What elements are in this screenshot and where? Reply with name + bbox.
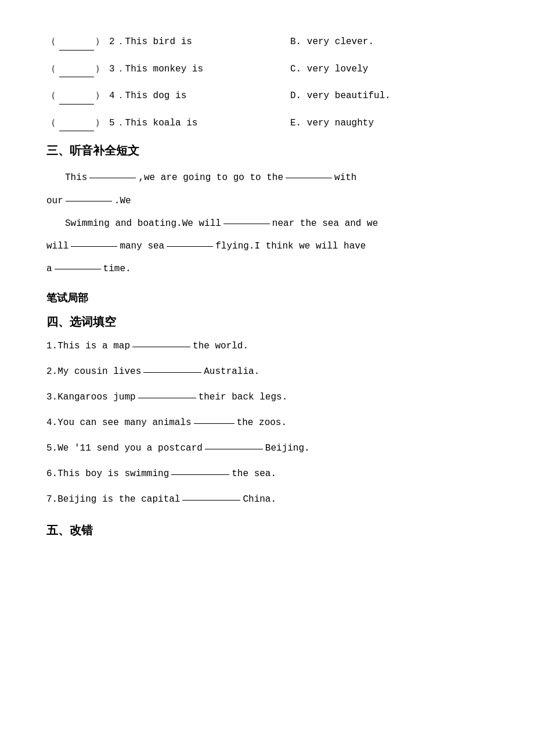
para-text-1: ,we are going to go to the [138, 168, 283, 188]
fill-sent-text-6: 6.This boy is swimming [46, 465, 169, 483]
fill-gap-4 [194, 413, 234, 424]
section-note: 笔试局部 [46, 291, 488, 305]
fill-sent-text-4: 4.You can see many animals [46, 413, 192, 432]
fill-gap-7 [182, 490, 240, 501]
fill-sentence-1: 1.This is a map the world. [46, 337, 488, 355]
para-text-8: many sea [120, 236, 164, 257]
fill-gap-5 [205, 439, 263, 449]
answer-blank-2 [59, 35, 94, 51]
para-text-6: near the sea and we [272, 214, 378, 234]
para-text-10: a [46, 259, 52, 279]
para-line-2: our .We [46, 191, 488, 211]
item-sentence-4: This dog is [125, 89, 187, 104]
fill-gap-6 [171, 465, 229, 475]
para-text-3: our [46, 191, 63, 211]
answer-blank-5 [59, 116, 94, 132]
para-line-4: will many sea flying.I think we will hav… [46, 236, 488, 257]
para-blank-5 [71, 236, 117, 247]
item-num-4: 4 [109, 89, 115, 104]
paragraph-section: This ,we are going to go to the with our… [46, 168, 488, 279]
fill-sent-end-7: China. [243, 490, 276, 509]
fill-sentence-3: 3.Kangaroos jump their back legs. [46, 388, 488, 406]
paren-open-2: （ [46, 35, 56, 50]
matching-row-4: （ ） 4 ． This dog is D. very beautiful. [46, 89, 488, 105]
para-blank-7 [55, 259, 101, 269]
para-line-3: Swimming and boating.We will near the se… [46, 214, 488, 234]
item-num-2: 2 [109, 35, 115, 50]
para-line-5: a time. [46, 259, 488, 279]
para-text-9: flying.I think we will have [215, 236, 366, 257]
matching-right-4: D. very beautiful. [290, 89, 488, 104]
paren-close-2: ） [95, 35, 104, 50]
fill-sent-text-1: 1.This is a map [46, 337, 130, 355]
paren-close-3: ） [95, 62, 104, 77]
section5-title: 五、改错 [46, 523, 488, 538]
para-line-1: This ,we are going to go to the with [46, 168, 488, 188]
item-sentence-3: This monkey is [125, 62, 203, 77]
paren-open-3: （ [46, 62, 56, 77]
para-text-7: will [46, 236, 68, 257]
paren-open-4: （ [46, 89, 56, 104]
answer-blank-3 [59, 62, 94, 78]
fill-sent-text-3: 3.Kangaroos jump [46, 388, 136, 406]
para-text-11: time. [103, 259, 131, 279]
fill-sent-text-2: 2.My cousin lives [46, 362, 141, 381]
item-num-3: 3 [109, 62, 115, 77]
para-blank-1 [89, 168, 136, 178]
item-dot-4: ． [116, 89, 125, 104]
item-sentence-5: This koala is [125, 116, 198, 131]
fill-gap-2 [143, 362, 201, 373]
item-sentence-2: This bird is [125, 35, 192, 50]
para-text-4: .We [114, 191, 131, 211]
fill-sent-end-6: the sea. [232, 465, 276, 483]
fill-sentence-4: 4.You can see many animals the zoos. [46, 413, 488, 432]
para-blank-6 [167, 236, 213, 247]
fill-sent-end-1: the world. [193, 337, 248, 355]
fill-sent-end-4: the zoos. [237, 413, 287, 432]
fill-sent-text-7: 7.Beijing is the capital [46, 490, 180, 509]
matching-section: （ ） 2 ． This bird is B. very clever. （ ）… [46, 35, 488, 131]
fill-sentence-2: 2.My cousin lives Australia. [46, 362, 488, 381]
matching-right-3: C. very lovely [290, 62, 488, 77]
matching-right-5: E. very naughty [290, 116, 488, 131]
fill-sentence-7: 7.Beijing is the capital China. [46, 490, 488, 509]
matching-left-4: （ ） 4 ． This dog is [46, 89, 290, 105]
item-dot-3: ． [116, 62, 125, 77]
fill-sent-text-5: 5.We '11 send you a postcard [46, 439, 203, 458]
paren-close-4: ） [95, 89, 104, 104]
answer-blank-4 [59, 89, 94, 105]
matching-left-5: （ ） 5 ． This koala is [46, 116, 290, 132]
para-blank-4 [223, 214, 270, 224]
fill-sentence-6: 6.This boy is swimming the sea. [46, 465, 488, 483]
fill-sent-end-2: Australia. [204, 362, 259, 381]
section4-title: 四、选词填空 [46, 314, 488, 330]
fill-sentence-5: 5.We '11 send you a postcard Beijing. [46, 439, 488, 458]
matching-row-5: （ ） 5 ． This koala is E. very naughty [46, 116, 488, 132]
paren-open-5: （ [46, 116, 56, 131]
fill-gap-3 [138, 388, 196, 398]
matching-row-3: （ ） 3 ． This monkey is C. very lovely [46, 62, 488, 78]
paren-close-5: ） [95, 116, 104, 131]
matching-right-2: B. very clever. [290, 35, 488, 50]
fill-sent-end-5: Beijing. [265, 439, 310, 458]
item-num-5: 5 [109, 116, 115, 131]
para-word-this: This [65, 168, 87, 188]
item-dot-5: ． [116, 116, 125, 131]
fill-sent-end-3: their back legs. [199, 388, 288, 406]
para-blank-2 [286, 168, 332, 178]
fill-sentences-section: 1.This is a map the world. 2.My cousin l… [46, 337, 488, 509]
matching-left-2: （ ） 2 ． This bird is [46, 35, 290, 51]
matching-left-3: （ ） 3 ． This monkey is [46, 62, 290, 78]
item-text-2: ． [116, 35, 125, 50]
para-text-5: Swimming and boating.We will [65, 214, 221, 234]
matching-row-2: （ ） 2 ． This bird is B. very clever. [46, 35, 488, 51]
para-text-2: with [334, 168, 356, 188]
para-blank-3 [66, 191, 112, 201]
section3-title: 三、听音补全短文 [46, 143, 488, 159]
fill-gap-1 [132, 337, 190, 347]
